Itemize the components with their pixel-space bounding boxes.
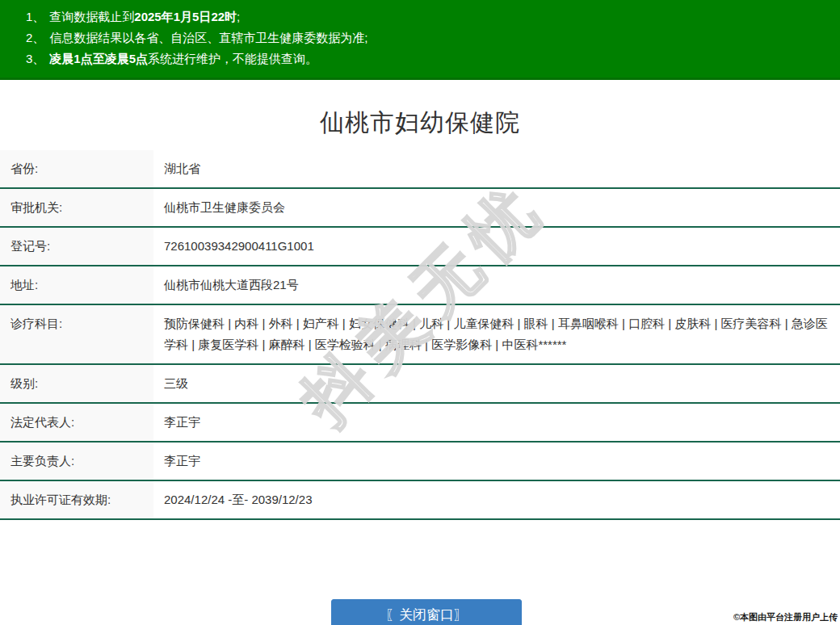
row-label: 审批机关: [0, 189, 153, 226]
table-row-legal-representative: 法定代表人: 李正宇 [0, 404, 840, 443]
notice-line-1-text: 查询数据截止到 [49, 10, 134, 23]
table-row-license-validity: 执业许可证有效期: 2024/12/24 -至- 2039/12/23 [0, 481, 840, 520]
notice-line-2-number: 2、 [26, 31, 44, 44]
table-row-address: 地址: 仙桃市仙桃大道西段21号 [0, 266, 840, 305]
notice-line-3-bold: 凌晨1点至凌晨5点 [49, 52, 148, 65]
row-value: 李正宇 [153, 404, 840, 441]
row-label: 法定代表人: [0, 404, 153, 441]
table-row-registration-number: 登记号: 72610039342900411G1001 [0, 228, 840, 266]
row-label: 省份: [0, 150, 153, 187]
notice-line-1-suffix: ; [237, 10, 240, 23]
table-row-level: 级别: 三级 [0, 365, 840, 404]
table-row-departments: 诊疗科目: 预防保健科 | 内科 | 外科 | 妇产科 | 妇女保健科 | 儿科… [0, 305, 840, 365]
table-row-approval-authority: 审批机关: 仙桃市卫生健康委员会 [0, 189, 840, 228]
row-label: 级别: [0, 365, 153, 402]
row-value: 仙桃市卫生健康委员会 [153, 189, 840, 226]
table-row-main-person-in-charge: 主要负责人: 李正宇 [0, 443, 840, 481]
copyright-note: ©本图由平台注册用户上传 [733, 611, 838, 623]
row-value: 三级 [153, 365, 840, 402]
row-value: 72610039342900411G1001 [153, 228, 840, 265]
row-value: 2024/12/24 -至- 2039/12/23 [153, 481, 840, 518]
row-value: 湖北省 [153, 150, 840, 187]
row-value: 李正宇 [153, 443, 840, 480]
notice-line-1-number: 1、 [26, 10, 44, 23]
table-row-province: 省份: 湖北省 [0, 150, 840, 189]
row-value: 仙桃市仙桃大道西段21号 [153, 266, 840, 304]
notice-banner: 1、查询数据截止到2025年1月5日22时; 2、信息数据结果以各省、自治区、直… [0, 0, 840, 80]
notice-line-3: 3、凌晨1点至凌晨5点系统进行维护，不能提供查询。 [26, 48, 832, 69]
row-label: 执业许可证有效期: [0, 481, 153, 518]
row-value: 预防保健科 | 内科 | 外科 | 妇产科 | 妇女保健科 | 儿科 | 儿童保… [153, 305, 840, 363]
notice-line-1-bold: 2025年1月5日22时 [134, 10, 237, 23]
notice-line-1: 1、查询数据截止到2025年1月5日22时; [26, 6, 832, 27]
notice-line-2-text: 信息数据结果以各省、自治区、直辖市卫生健康委数据为准; [49, 31, 368, 44]
close-window-button[interactable]: 〖关闭窗口〗 [331, 599, 522, 625]
notice-line-3-suffix: 系统进行维护，不能提供查询。 [148, 52, 317, 65]
page-title: 仙桃市妇幼保健院 [0, 106, 840, 140]
row-label: 诊疗科目: [0, 305, 153, 363]
row-label: 地址: [0, 266, 153, 304]
query-result-page: 1、查询数据截止到2025年1月5日22时; 2、信息数据结果以各省、自治区、直… [0, 0, 840, 625]
notice-line-2: 2、信息数据结果以各省、自治区、直辖市卫生健康委数据为准; [26, 27, 832, 48]
info-table: 省份: 湖北省 审批机关: 仙桃市卫生健康委员会 登记号: 7261003934… [0, 150, 840, 520]
row-label: 登记号: [0, 228, 153, 265]
row-label: 主要负责人: [0, 443, 153, 480]
notice-line-3-number: 3、 [26, 52, 44, 65]
